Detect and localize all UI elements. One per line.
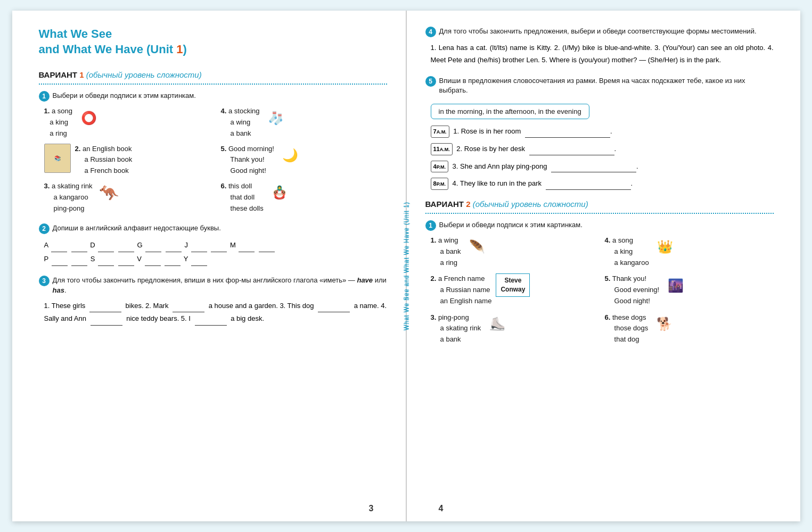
task1-v2-number: 1 xyxy=(425,220,436,231)
alphabet-line2: P S V Y xyxy=(44,252,387,266)
list-item: 3. a skating rink a kangaroo ping-pong 🦘 xyxy=(44,181,210,214)
task1-block: 1 Выбери и обведи подписи к этим картинк… xyxy=(39,91,387,214)
page-num-left: 3 xyxy=(369,504,374,513)
task5-block: 5 Впиши в предложения словосочетания из … xyxy=(425,76,774,190)
king-icon: 👑 xyxy=(653,235,677,259)
dog-icon: 🐕 xyxy=(652,312,676,336)
list-item: 2. a French name a Russian name an Engli… xyxy=(431,273,600,306)
side-label-right: What We See and What We Have (Unit 1) xyxy=(399,11,414,521)
name-card: SteveConway xyxy=(496,273,530,297)
task2-block: 2 Допиши в английский алфавит недостающи… xyxy=(39,223,387,266)
times-box: in the morning, in the afternoon, in the… xyxy=(431,104,589,119)
goodnight-icon: 🌙 xyxy=(278,144,302,168)
list-item: 📚 2. an English book a Russian book a Fr… xyxy=(44,144,210,177)
task1-v2-block: 1 Выбери и обведи подписи к этим картинк… xyxy=(425,220,774,345)
task5-line3: 4P.M. 3. She and Ann play ping-pong . xyxy=(431,161,774,173)
task5-number: 5 xyxy=(425,76,436,87)
task1-number: 1 xyxy=(39,91,50,102)
list-item: 3. ping-pong a skating rink a bank ⛸️ xyxy=(431,312,600,345)
wing-icon: 🪶 xyxy=(465,235,489,259)
skating-icon: ⛸️ xyxy=(485,312,509,336)
alphabet-line1: A D G J M xyxy=(44,238,387,252)
task1-v2-instruction: Выбери и обведи подписи к этим картинкам… xyxy=(439,220,583,230)
unit-label: (Unit 1) xyxy=(146,43,187,56)
list-item: 1. a song a king a ring ⭕ xyxy=(44,106,210,139)
title-line1: What We See xyxy=(39,27,112,40)
doll-icon: 🪆 xyxy=(268,181,292,205)
task4-text: 1. Lena has a cat. (It/Its) name is Kitt… xyxy=(431,41,774,66)
variant2-header: ВАРИАНТ 2 (обычный уровень сложности) xyxy=(425,200,774,209)
list-item: 4. a stocking a wing a bank 🧦 xyxy=(221,106,387,139)
ring-icon: ⭕ xyxy=(77,106,101,130)
task2-number: 2 xyxy=(39,223,50,234)
list-item: 6. these dogs those dogs that dog 🐕 xyxy=(605,312,774,345)
task1-instruction: Выбери и обведи подписи к этим картинкам… xyxy=(53,91,196,101)
task5-instruction: Впиши в предложения словосочетания из ра… xyxy=(439,76,774,95)
task5-line1: 7A.M. 1. Rose is in her room . xyxy=(431,126,774,138)
page-num-right: 4 xyxy=(439,504,444,513)
page-title: What We See and What We Have (Unit 1) xyxy=(39,27,387,57)
task4-number: 4 xyxy=(425,27,436,37)
book-icon: 📚 xyxy=(44,144,71,173)
list-item: 5. Thank you! Good evening! Good night! … xyxy=(605,273,774,306)
task1-v2-items: 1. a wing a bank a ring 🪶 4. a song a ki… xyxy=(431,235,774,345)
alphabet-section: A D G J M P S V Y xyxy=(44,238,387,266)
list-item: 5. Good morning! Thank you! Good night! … xyxy=(221,144,387,177)
task4-instruction: Для того чтобы закончить предложения, вы… xyxy=(439,27,757,36)
variant1-header: ВАРИАНТ 1 (обычный уровень сложности) xyxy=(39,70,387,79)
task5-line4: 8P.M. 4. They like to run in the park . xyxy=(431,178,774,190)
kangaroo-icon: 🦘 xyxy=(97,181,121,205)
task3-instruction: Для того чтобы закончить предложения, вп… xyxy=(53,276,387,295)
right-panel: 4 Для того чтобы закончить предложения, … xyxy=(407,11,800,521)
task3-block: 3 Для того чтобы закончить предложения, … xyxy=(39,276,387,326)
stocking-icon: 🧦 xyxy=(264,106,288,130)
list-item: 4. a song a king a kangaroo 👑 xyxy=(605,235,774,268)
task2-instruction: Допиши в английский алфавит недостающие … xyxy=(53,223,221,233)
task3-text: 1. These girls bikes. 2. Mark a house an… xyxy=(44,300,387,326)
title-line2: and What We Have xyxy=(39,43,143,56)
task1-items: 1. a song a king a ring ⭕ 4. a stocking … xyxy=(44,106,387,214)
task3-number: 3 xyxy=(39,276,50,286)
task4-block: 4 Для того чтобы закончить предложения, … xyxy=(425,27,774,66)
evening-icon: 🌆 xyxy=(663,273,687,297)
list-item: 1. a wing a bank a ring 🪶 xyxy=(431,235,600,268)
left-panel: What We See and What We Have (Unit 1) ВА… xyxy=(12,11,407,521)
list-item: 6. this doll that doll these dolls 🪆 xyxy=(221,181,387,214)
task5-line2: 11A.M. 2. Rose is by her desk . xyxy=(431,143,774,155)
